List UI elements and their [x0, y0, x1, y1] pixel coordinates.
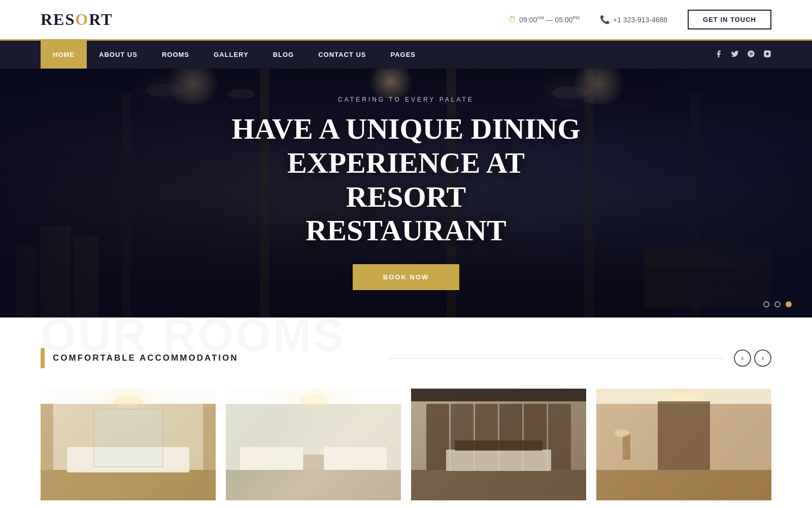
phone-number: +1 323-913-4688: [613, 16, 667, 24]
business-hours: ⏱ 09:00AM — 05:00PM: [508, 15, 580, 24]
rooms-divider: [387, 358, 724, 359]
logo-suffix: RT: [89, 10, 113, 28]
nav-item-blog[interactable]: BLOG: [261, 41, 307, 69]
googleplus-icon[interactable]: [747, 50, 755, 60]
hero-subtitle: CATERING TO EVERY PALATE: [338, 96, 474, 103]
rooms-prev-button[interactable]: ‹: [734, 350, 751, 367]
logo[interactable]: RESORT: [41, 10, 113, 29]
instagram-icon[interactable]: [763, 50, 771, 60]
header-right: ⏱ 09:00AM — 05:00PM 📞 +1 323-913-4688 GE…: [508, 10, 771, 29]
rooms-nav-buttons: ‹ ›: [734, 350, 771, 367]
get-in-touch-button[interactable]: GET IN TOUCH: [688, 10, 771, 29]
hero-title: HAVE A UNIQUE DINING EXPERIENCE AT RESOR…: [228, 112, 584, 248]
section-accent-bar: [41, 348, 45, 368]
room-card-1[interactable]: [41, 389, 216, 500]
hero-content: CATERING TO EVERY PALATE HAVE A UNIQUE D…: [0, 69, 812, 318]
twitter-icon[interactable]: [731, 50, 739, 60]
logo-prefix: RES: [41, 10, 75, 28]
room-interior-1: [41, 389, 216, 500]
nav-item-pages[interactable]: PAGES: [378, 41, 428, 69]
nav-item-home[interactable]: HOME: [41, 41, 87, 69]
rooms-section: COMFORTABLE ACCOMMODATION OUR ROOMS ‹ ›: [0, 318, 812, 508]
hero-title-line1: HAVE A UNIQUE DINING: [231, 112, 580, 145]
open-time: 09:00: [519, 16, 537, 24]
phone-icon: 📞: [600, 15, 610, 24]
book-now-button[interactable]: BOOK NOW: [353, 264, 459, 290]
clock-icon: ⏱: [508, 15, 516, 24]
nav-item-gallery[interactable]: GALLERY: [201, 41, 261, 69]
room-interior-3: [411, 389, 586, 500]
slider-dot-3[interactable]: [786, 301, 792, 307]
close-time: 05:00: [555, 16, 572, 24]
slider-dot-2[interactable]: [774, 301, 781, 307]
slider-dot-1[interactable]: [763, 301, 769, 307]
hero-title-line3: RESTAURANT: [306, 214, 506, 247]
hours-text: 09:00AM — 05:00PM: [519, 15, 580, 24]
logo-o: O: [75, 10, 89, 28]
room-card-2[interactable]: [226, 389, 401, 500]
phone-info: 📞 +1 323-913-4688: [600, 15, 667, 24]
site-header: RESORT ⏱ 09:00AM — 05:00PM 📞 +1 323-913-…: [0, 0, 812, 41]
rooms-header: COMFORTABLE ACCOMMODATION OUR ROOMS ‹ ›: [41, 348, 771, 368]
main-nav: HOME ABOUT US ROOMS GALLERY BLOG CONTACT…: [0, 41, 812, 69]
rooms-grid: [41, 389, 771, 500]
rooms-next-button[interactable]: ›: [754, 350, 771, 367]
logo-text: RESORT: [41, 10, 113, 29]
slider-dots: [763, 301, 792, 307]
room-card-3[interactable]: [411, 389, 586, 500]
section-title-container: COMFORTABLE ACCOMMODATION OUR ROOMS: [41, 348, 377, 368]
hero-section: CATERING TO EVERY PALATE HAVE A UNIQUE D…: [0, 69, 812, 318]
nav-links: HOME ABOUT US ROOMS GALLERY BLOG CONTACT…: [41, 41, 428, 69]
room-interior-2: [226, 389, 401, 500]
close-suffix: PM: [573, 15, 580, 20]
time-separator: —: [546, 16, 553, 24]
nav-social: [715, 50, 771, 60]
open-suffix: AM: [537, 15, 544, 20]
nav-item-rooms[interactable]: ROOMS: [150, 41, 201, 69]
room-card-4[interactable]: [596, 389, 771, 500]
nav-item-contact[interactable]: CONTACT US: [306, 41, 378, 69]
nav-item-about[interactable]: ABOUT US: [87, 41, 150, 69]
hero-title-line2: EXPERIENCE AT RESORT: [287, 146, 525, 213]
room-interior-4: [596, 389, 771, 500]
rooms-section-title: COMFORTABLE ACCOMMODATION: [53, 353, 239, 363]
facebook-icon[interactable]: [715, 50, 723, 60]
